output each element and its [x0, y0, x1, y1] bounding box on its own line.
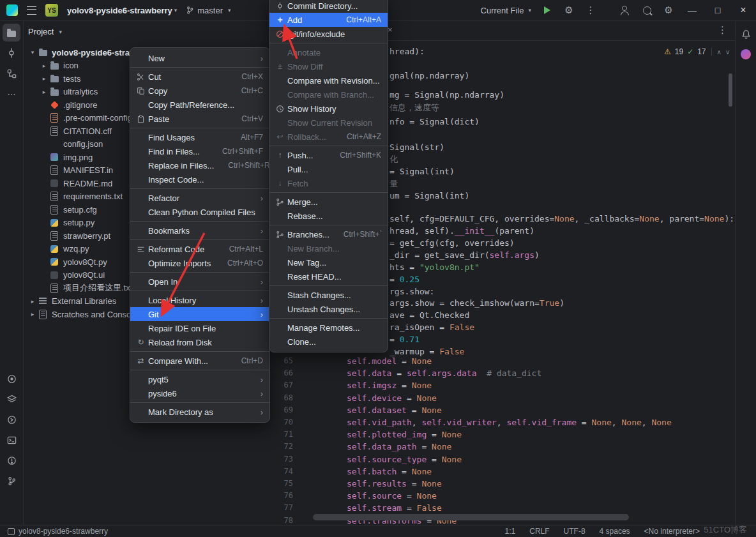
context-menu-item-pyside6[interactable]: pyside6› [130, 386, 269, 400]
branch-selector[interactable]: master ▾ [186, 6, 231, 15]
context-menu-item-inspect-code[interactable]: Inspect Code... [130, 172, 269, 186]
git-submenu-item-push[interactable]: ↑Push...Ctrl+Shift+K [269, 148, 388, 162]
context-menu-item-paste[interactable]: PasteCtrl+V [130, 112, 269, 126]
reformat-icon [133, 245, 148, 253]
inspection-widget[interactable]: ⚠ 19 ✓ 17 ∧ ∨ [664, 45, 730, 58]
status-widget-utf-8[interactable]: UTF-8 [564, 527, 586, 536]
git-submenu-item-compare-with-revision[interactable]: Compare with Revision... [269, 73, 388, 87]
project-badge[interactable]: YS [45, 4, 58, 17]
more-tool-windows-icon[interactable]: ⋯ [3, 85, 20, 103]
git-submenu-item-stash-changes[interactable]: Stash Changes... [269, 288, 388, 302]
chevron-right-icon[interactable]: ▸ [39, 75, 49, 82]
context-menu-item-local-history[interactable]: Local History› [130, 293, 269, 307]
ai-assistant-icon[interactable] [738, 47, 753, 62]
git-submenu-item-new-tag[interactable]: New Tag... [269, 255, 388, 269]
profiler-gear-icon[interactable]: ⚙ [558, 1, 580, 20]
git-submenu-item-branches[interactable]: Branches...Ctrl+Shift+` [269, 227, 388, 241]
folder-icon [38, 47, 48, 57]
problems-icon[interactable] [3, 451, 20, 469]
context-menu-item-optimize-imports[interactable]: Optimize ImportsCtrl+Alt+O [130, 256, 269, 270]
project-tool-icon[interactable] [3, 24, 20, 42]
status-widget-no-interpreter[interactable]: <No interpreter> [644, 527, 700, 536]
git-submenu-item-git-info-exclude[interactable]: .git/info/exclude [269, 27, 388, 41]
tab-close-icon[interactable]: × [388, 25, 393, 34]
prev-problem-icon[interactable]: ∧ [717, 49, 722, 56]
python-packages-icon[interactable] [3, 370, 20, 388]
context-menu-item-copy-path-reference[interactable]: Copy Path/Reference... [130, 98, 269, 112]
context-menu-item-replace-in-files[interactable]: Replace in Files...Ctrl+Shift+R [130, 158, 269, 172]
maximize-button[interactable]: □ [705, 1, 730, 20]
file-icon [49, 283, 59, 293]
status-project[interactable]: yolov8-pyside6-strawberry [8, 527, 108, 536]
watermark: 51CTO博客 [704, 524, 747, 536]
chevron-right-icon[interactable]: ▸ [39, 63, 49, 69]
chevron-down-icon[interactable]: ▾ [27, 49, 38, 56]
tab-options-icon[interactable]: ⋮ [718, 24, 727, 36]
git-submenu-item-clone[interactable]: Clone... [269, 335, 388, 349]
git-submenu-item-manage-remotes[interactable]: Manage Remotes... [269, 321, 388, 335]
run-button[interactable] [536, 1, 558, 20]
shortcut-label: Ctrl+Shift+K [340, 151, 381, 160]
shortcut-label: Ctrl+D [241, 356, 263, 365]
context-menu-item-open-in[interactable]: Open In› [130, 275, 269, 289]
code-line: mg = Signal(np.ndarray) [389, 89, 504, 101]
copy-icon [133, 87, 148, 95]
git-submenu-item-commit-directory[interactable]: Commit Directory... [269, 0, 388, 13]
more-actions-icon[interactable]: ⋮ [580, 1, 601, 20]
context-menu-item-repair-ide-on-file[interactable]: Repair IDE on File [130, 321, 269, 335]
code-with-me-icon[interactable] [614, 1, 636, 20]
horizontal-scrollbar[interactable] [313, 514, 629, 520]
main-menu-icon[interactable] [27, 6, 36, 15]
context-menu-item-copy[interactable]: CopyCtrl+C [130, 84, 269, 98]
context-menu-item-cut[interactable]: CutCtrl+X [130, 70, 269, 84]
terminal-icon[interactable] [3, 431, 20, 449]
py-icon [49, 218, 59, 228]
next-problem-icon[interactable]: ∨ [725, 49, 730, 56]
git-submenu-item-show-history[interactable]: Show History [269, 102, 388, 116]
close-button[interactable]: × [730, 1, 756, 20]
context-menu-item-clean-python-compiled-files[interactable]: Clean Python Compiled Files [130, 205, 269, 219]
minimize-button[interactable]: — [679, 1, 705, 20]
services-icon[interactable] [3, 390, 20, 408]
context-menu-item-reload-from-disk[interactable]: ↻Reload from Disk [130, 335, 269, 349]
context-menu-item-mark-directory-as[interactable]: Mark Directory as› [130, 405, 269, 419]
git-submenu-item-add[interactable]: +AddCtrl+Alt+A [269, 13, 388, 27]
ui-icon [49, 270, 59, 280]
code-line: 化 [389, 153, 398, 165]
context-menu-item-reformat-code[interactable]: Reformat CodeCtrl+Alt+L [130, 242, 269, 256]
run-configuration-selector[interactable]: Current File ▾ [481, 6, 531, 15]
context-menu-separator [130, 291, 269, 291]
context-menu-item-compare-with[interactable]: ⇄Compare With...Ctrl+D [130, 354, 269, 368]
submenu-arrow-icon: › [261, 193, 263, 203]
context-menu-item-find-in-files[interactable]: Find in Files...Ctrl+Shift+F [130, 144, 269, 158]
context-menu-item-find-usages[interactable]: Find UsagesAlt+F7 [130, 130, 269, 144]
vertical-scrollbar[interactable] [729, 73, 732, 107]
git-submenu-item-pull[interactable]: Pull... [269, 162, 388, 176]
git-submenu-item-merge[interactable]: Merge... [269, 195, 388, 209]
chevron-right-icon[interactable]: ▸ [27, 298, 38, 305]
chevron-right-icon[interactable]: ▸ [27, 311, 38, 317]
settings-gear-icon[interactable]: ⚙ [658, 1, 679, 20]
status-widget-1-1[interactable]: 1:1 [505, 527, 516, 536]
notifications-bell-icon[interactable] [738, 26, 753, 42]
context-menu-item-pyqt5[interactable]: pyqt5› [130, 372, 269, 386]
search-everywhere-icon[interactable] [636, 1, 658, 20]
status-widget-crlf[interactable]: CRLF [529, 527, 549, 536]
code-line: ave = Qt.Checked [389, 309, 469, 321]
structure-tool-icon[interactable] [3, 64, 20, 82]
commit-tool-icon[interactable] [3, 44, 20, 62]
context-menu-item-git[interactable]: Git› [130, 307, 269, 321]
context-menu-item-new[interactable]: New› [130, 51, 269, 65]
git-submenu-item-reset-head[interactable]: Reset HEAD... [269, 269, 388, 284]
git-submenu-item-rebase[interactable]: Rebase... [269, 209, 388, 223]
context-menu-item-bookmarks[interactable]: Bookmarks› [130, 223, 269, 238]
status-widget-4-spaces[interactable]: 4 spaces [600, 527, 630, 536]
chevron-right-icon[interactable]: ▸ [39, 89, 49, 95]
version-control-icon[interactable] [3, 472, 20, 490]
git-submenu-item-unstash-changes[interactable]: Unstash Changes... [269, 302, 388, 316]
project-selector[interactable]: yolov8-pyside6-strawberry ▾ [67, 6, 177, 15]
context-menu: New›CutCtrl+XCopyCtrl+CCopy Path/Referen… [130, 47, 270, 423]
python-console-icon[interactable] [3, 411, 20, 428]
context-menu-item-refactor[interactable]: Refactor› [130, 191, 269, 205]
project-panel-header[interactable]: Project ▾ [28, 27, 62, 36]
